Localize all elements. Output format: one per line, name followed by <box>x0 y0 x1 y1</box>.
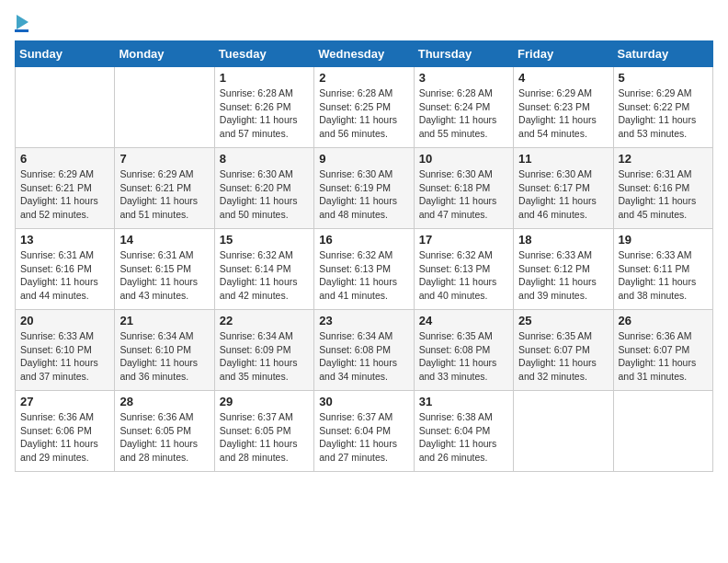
calendar-cell: 4Sunrise: 6:29 AM Sunset: 6:23 PM Daylig… <box>514 67 613 148</box>
calendar-header-row: SundayMondayTuesdayWednesdayThursdayFrid… <box>16 41 713 67</box>
day-detail: Sunrise: 6:36 AM Sunset: 6:07 PM Dayligh… <box>619 329 708 384</box>
day-detail: Sunrise: 6:30 AM Sunset: 6:18 PM Dayligh… <box>419 167 508 222</box>
logo-blue <box>15 29 28 33</box>
day-number: 26 <box>619 314 708 327</box>
day-detail: Sunrise: 6:28 AM Sunset: 6:24 PM Dayligh… <box>419 86 508 141</box>
calendar-week-row: 20Sunrise: 6:33 AM Sunset: 6:10 PM Dayli… <box>16 310 713 391</box>
day-number: 14 <box>119 233 209 247</box>
day-number: 31 <box>419 395 508 408</box>
calendar-cell: 16Sunrise: 6:32 AM Sunset: 6:13 PM Dayli… <box>314 229 414 310</box>
day-number: 29 <box>220 395 309 408</box>
day-number: 20 <box>20 314 109 327</box>
page-header <box>15 15 713 33</box>
header-saturday: Saturday <box>613 41 712 67</box>
day-detail: Sunrise: 6:32 AM Sunset: 6:13 PM Dayligh… <box>319 248 408 303</box>
day-number: 12 <box>619 152 708 166</box>
calendar-cell: 1Sunrise: 6:28 AM Sunset: 6:26 PM Daylig… <box>214 67 313 148</box>
calendar-cell <box>613 391 712 472</box>
day-detail: Sunrise: 6:29 AM Sunset: 6:23 PM Dayligh… <box>518 86 608 141</box>
day-number: 17 <box>419 233 508 247</box>
header-sunday: Sunday <box>16 41 115 67</box>
day-detail: Sunrise: 6:31 AM Sunset: 6:16 PM Dayligh… <box>619 167 708 222</box>
day-number: 25 <box>518 314 608 327</box>
day-detail: Sunrise: 6:37 AM Sunset: 6:05 PM Dayligh… <box>220 410 309 465</box>
calendar-cell: 20Sunrise: 6:33 AM Sunset: 6:10 PM Dayli… <box>16 310 115 391</box>
day-detail: Sunrise: 6:29 AM Sunset: 6:21 PM Dayligh… <box>20 167 109 222</box>
day-detail: Sunrise: 6:32 AM Sunset: 6:14 PM Dayligh… <box>220 248 309 303</box>
day-number: 1 <box>220 71 309 85</box>
calendar-cell <box>115 67 214 148</box>
calendar-table: SundayMondayTuesdayWednesdayThursdayFrid… <box>15 40 713 472</box>
calendar-cell: 24Sunrise: 6:35 AM Sunset: 6:08 PM Dayli… <box>414 310 513 391</box>
day-detail: Sunrise: 6:35 AM Sunset: 6:08 PM Dayligh… <box>419 329 508 384</box>
calendar-cell: 15Sunrise: 6:32 AM Sunset: 6:14 PM Dayli… <box>214 229 313 310</box>
day-number: 9 <box>319 152 408 166</box>
day-number: 3 <box>419 71 508 85</box>
day-detail: Sunrise: 6:34 AM Sunset: 6:09 PM Dayligh… <box>220 329 309 384</box>
calendar-cell: 29Sunrise: 6:37 AM Sunset: 6:05 PM Dayli… <box>214 391 313 472</box>
calendar-cell <box>16 67 115 148</box>
calendar-cell: 10Sunrise: 6:30 AM Sunset: 6:18 PM Dayli… <box>414 148 513 229</box>
calendar-cell: 2Sunrise: 6:28 AM Sunset: 6:25 PM Daylig… <box>314 67 414 148</box>
calendar-week-row: 1Sunrise: 6:28 AM Sunset: 6:26 PM Daylig… <box>16 67 713 148</box>
day-number: 6 <box>20 152 109 166</box>
day-detail: Sunrise: 6:28 AM Sunset: 6:25 PM Dayligh… <box>319 86 408 141</box>
day-number: 27 <box>20 395 109 408</box>
day-number: 15 <box>220 233 309 247</box>
day-detail: Sunrise: 6:31 AM Sunset: 6:16 PM Dayligh… <box>20 248 109 303</box>
calendar-cell: 13Sunrise: 6:31 AM Sunset: 6:16 PM Dayli… <box>16 229 115 310</box>
calendar-cell: 14Sunrise: 6:31 AM Sunset: 6:15 PM Dayli… <box>115 229 214 310</box>
header-wednesday: Wednesday <box>314 41 414 67</box>
day-detail: Sunrise: 6:33 AM Sunset: 6:10 PM Dayligh… <box>20 329 109 384</box>
calendar-cell: 28Sunrise: 6:36 AM Sunset: 6:05 PM Dayli… <box>115 391 214 472</box>
day-detail: Sunrise: 6:33 AM Sunset: 6:12 PM Dayligh… <box>518 248 608 303</box>
day-detail: Sunrise: 6:29 AM Sunset: 6:22 PM Dayligh… <box>619 86 708 141</box>
calendar-cell: 26Sunrise: 6:36 AM Sunset: 6:07 PM Dayli… <box>613 310 712 391</box>
calendar-cell: 3Sunrise: 6:28 AM Sunset: 6:24 PM Daylig… <box>414 67 513 148</box>
logo <box>15 15 28 33</box>
day-detail: Sunrise: 6:30 AM Sunset: 6:19 PM Dayligh… <box>319 167 408 222</box>
calendar-cell: 17Sunrise: 6:32 AM Sunset: 6:13 PM Dayli… <box>414 229 513 310</box>
day-detail: Sunrise: 6:35 AM Sunset: 6:07 PM Dayligh… <box>518 329 608 384</box>
calendar-cell: 23Sunrise: 6:34 AM Sunset: 6:08 PM Dayli… <box>314 310 414 391</box>
header-friday: Friday <box>514 41 613 67</box>
calendar-cell: 19Sunrise: 6:33 AM Sunset: 6:11 PM Dayli… <box>613 229 712 310</box>
day-detail: Sunrise: 6:32 AM Sunset: 6:13 PM Dayligh… <box>419 248 508 303</box>
day-detail: Sunrise: 6:30 AM Sunset: 6:20 PM Dayligh… <box>220 167 309 222</box>
day-number: 19 <box>619 233 708 247</box>
header-thursday: Thursday <box>414 41 513 67</box>
calendar-cell: 18Sunrise: 6:33 AM Sunset: 6:12 PM Dayli… <box>514 229 613 310</box>
day-number: 16 <box>319 233 408 247</box>
day-detail: Sunrise: 6:38 AM Sunset: 6:04 PM Dayligh… <box>419 410 508 465</box>
calendar-cell: 22Sunrise: 6:34 AM Sunset: 6:09 PM Dayli… <box>214 310 313 391</box>
calendar-cell: 5Sunrise: 6:29 AM Sunset: 6:22 PM Daylig… <box>613 67 712 148</box>
day-number: 4 <box>518 71 608 85</box>
logo-arrow-icon <box>17 15 28 29</box>
calendar-cell: 11Sunrise: 6:30 AM Sunset: 6:17 PM Dayli… <box>514 148 613 229</box>
day-number: 10 <box>419 152 508 166</box>
header-monday: Monday <box>115 41 214 67</box>
day-number: 30 <box>319 395 408 408</box>
day-number: 24 <box>419 314 508 327</box>
day-number: 23 <box>319 314 408 327</box>
day-detail: Sunrise: 6:37 AM Sunset: 6:04 PM Dayligh… <box>319 410 408 465</box>
calendar-week-row: 13Sunrise: 6:31 AM Sunset: 6:16 PM Dayli… <box>16 229 713 310</box>
day-number: 5 <box>619 71 708 85</box>
calendar-week-row: 6Sunrise: 6:29 AM Sunset: 6:21 PM Daylig… <box>16 148 713 229</box>
day-number: 18 <box>518 233 608 247</box>
day-number: 11 <box>518 152 608 166</box>
calendar-cell: 8Sunrise: 6:30 AM Sunset: 6:20 PM Daylig… <box>214 148 313 229</box>
day-number: 7 <box>119 152 209 166</box>
calendar-cell: 12Sunrise: 6:31 AM Sunset: 6:16 PM Dayli… <box>613 148 712 229</box>
day-detail: Sunrise: 6:30 AM Sunset: 6:17 PM Dayligh… <box>518 167 608 222</box>
header-tuesday: Tuesday <box>214 41 313 67</box>
calendar-cell: 21Sunrise: 6:34 AM Sunset: 6:10 PM Dayli… <box>115 310 214 391</box>
day-detail: Sunrise: 6:29 AM Sunset: 6:21 PM Dayligh… <box>119 167 209 222</box>
day-number: 21 <box>119 314 209 327</box>
day-detail: Sunrise: 6:28 AM Sunset: 6:26 PM Dayligh… <box>220 86 309 141</box>
day-number: 13 <box>20 233 109 247</box>
day-detail: Sunrise: 6:36 AM Sunset: 6:05 PM Dayligh… <box>119 410 209 465</box>
calendar-cell: 25Sunrise: 6:35 AM Sunset: 6:07 PM Dayli… <box>514 310 613 391</box>
calendar-cell: 27Sunrise: 6:36 AM Sunset: 6:06 PM Dayli… <box>16 391 115 472</box>
day-number: 2 <box>319 71 408 85</box>
